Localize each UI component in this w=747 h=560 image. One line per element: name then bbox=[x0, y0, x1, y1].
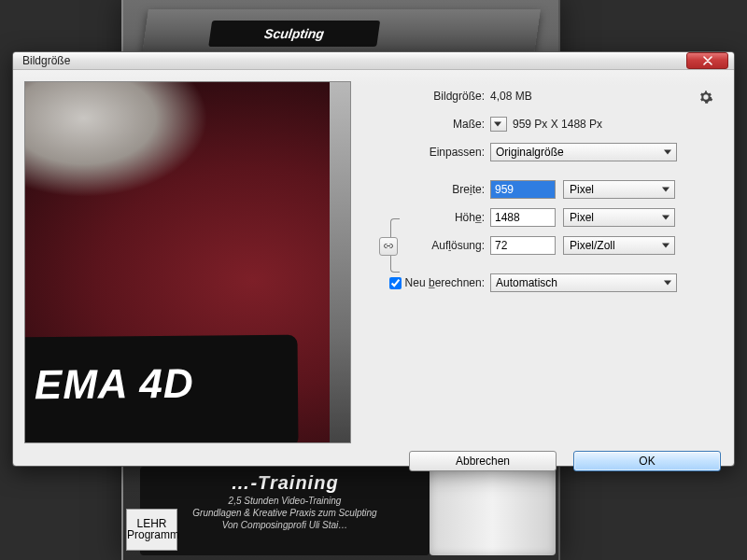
row-dimensions: Maße: 959 Px X 1488 Px bbox=[364, 113, 723, 135]
bg-bottom-line2: Grundlagen & Kreative Praxis zum Sculpti… bbox=[149, 508, 420, 518]
label-width: Breite: bbox=[364, 183, 490, 196]
close-button[interactable] bbox=[686, 52, 728, 69]
row-resolution: Auflösung: Pixel/Zoll bbox=[364, 234, 723, 257]
row-height: Höhe: Pixel bbox=[364, 206, 723, 229]
resample-method-value: Automatisch bbox=[496, 276, 557, 289]
label-height: Höhe: bbox=[364, 211, 490, 224]
ok-button[interactable]: OK bbox=[573, 451, 721, 471]
dialog-button-row: Abbrechen OK bbox=[13, 451, 734, 483]
dimensions-unit-dropdown[interactable] bbox=[490, 117, 507, 132]
bg-bottom-line3: Von Composingprofi Uli Stai… bbox=[149, 520, 420, 530]
cancel-button-label: Abbrechen bbox=[456, 455, 510, 468]
preview-text: EMA 4D bbox=[35, 360, 194, 408]
resample-checkbox[interactable] bbox=[389, 277, 402, 289]
row-image-size: Bildgröße: 4,08 MB bbox=[364, 85, 723, 107]
bg-top-label: Sculpting bbox=[208, 21, 380, 47]
fit-to-value: Originalgröße bbox=[496, 146, 564, 159]
value-image-size: 4,08 MB bbox=[490, 90, 532, 103]
gear-icon bbox=[698, 90, 713, 105]
chevron-down-icon bbox=[662, 244, 669, 248]
bg-lehr-line2: Programm bbox=[127, 528, 179, 541]
width-input[interactable] bbox=[490, 180, 556, 199]
bg-lehr-badge: LEHR Programm bbox=[126, 509, 177, 551]
bg-bottom-line1: 2,5 Stunden Video-Training bbox=[149, 496, 420, 506]
row-resample: Neu berechnen: Automatisch bbox=[364, 272, 723, 294]
width-unit-select[interactable]: Pixel bbox=[563, 180, 675, 199]
ok-button-label: OK bbox=[639, 455, 655, 468]
chevron-down-icon bbox=[664, 281, 671, 286]
label-fit-to: Einpassen: bbox=[364, 146, 490, 159]
chevron-down-icon bbox=[662, 216, 669, 220]
fit-to-select[interactable]: Originalgröße bbox=[490, 143, 677, 161]
resolution-input[interactable] bbox=[490, 236, 556, 255]
constrain-proportions-button[interactable] bbox=[379, 237, 398, 256]
link-icon bbox=[383, 241, 394, 252]
dialog-titlebar[interactable]: Bildgröße bbox=[13, 52, 734, 70]
height-unit-select[interactable]: Pixel bbox=[563, 208, 675, 227]
label-resample: Neu berechnen: bbox=[405, 276, 485, 289]
label-image-size: Bildgröße: bbox=[364, 90, 490, 103]
resample-method-select[interactable]: Automatisch bbox=[490, 273, 677, 292]
dialog-title: Bildgröße bbox=[22, 54, 686, 67]
close-icon bbox=[703, 56, 712, 65]
resolution-unit-value: Pixel/Zoll bbox=[570, 239, 615, 252]
width-unit-value: Pixel bbox=[570, 183, 594, 196]
height-unit-value: Pixel bbox=[570, 211, 594, 224]
height-input[interactable] bbox=[490, 208, 556, 227]
chevron-down-icon bbox=[494, 122, 501, 127]
row-fit-to: Einpassen: Originalgröße bbox=[364, 141, 723, 163]
cancel-button[interactable]: Abbrechen bbox=[409, 451, 557, 471]
label-dimensions: Maße: bbox=[364, 118, 490, 131]
preview-text-panel: EMA 4D bbox=[24, 335, 299, 443]
resolution-unit-select[interactable]: Pixel/Zoll bbox=[563, 236, 675, 255]
dialog-body: EMA 4D Bildgröße: 4,08 MB Maße: 959 Px X… bbox=[13, 70, 734, 451]
chevron-down-icon bbox=[662, 188, 669, 192]
image-size-dialog: Bildgröße EMA 4D Bildgröße: 4,08 MB bbox=[12, 51, 735, 467]
row-width: Breite: Pixel bbox=[364, 178, 723, 201]
settings-gear-button[interactable] bbox=[698, 90, 713, 105]
preview-edge bbox=[330, 82, 350, 442]
value-dimensions: 959 Px X 1488 Px bbox=[513, 118, 602, 131]
controls-panel: Bildgröße: 4,08 MB Maße: 959 Px X 1488 P… bbox=[364, 81, 723, 443]
chevron-down-icon bbox=[664, 150, 671, 155]
image-preview[interactable]: EMA 4D bbox=[24, 81, 351, 443]
